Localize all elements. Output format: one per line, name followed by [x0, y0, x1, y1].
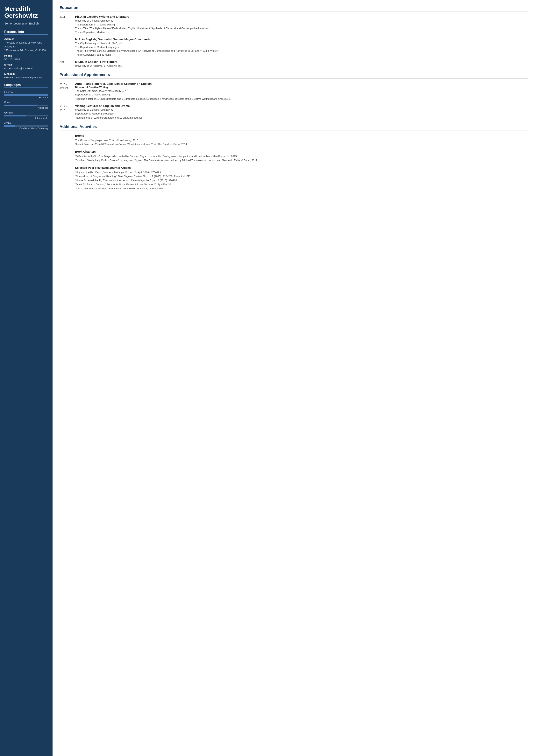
language-bar-fill [4, 105, 37, 106]
activity-text-item: “Livy and the Pax Deum,” Modern Philolog… [75, 171, 528, 175]
appointment-detail: Taught a total of 22 undergraduate and 1… [75, 116, 528, 120]
appointment-org: Department of Creative Writing [75, 93, 528, 96]
education-degree: M.A. in English, Graduated Summa Magna C… [75, 38, 528, 41]
activity-text-item: “I Have Screwed the Pig That Was in the … [75, 178, 528, 182]
activity-text-item: The Rustle of Language. New York: Hill a… [75, 138, 528, 143]
language-bar-fill [4, 125, 15, 127]
language-bar [4, 94, 48, 96]
phone-value: 551-251-4884 [4, 58, 48, 62]
activity-text-item: “The Crash Was an Accident. You Have to … [75, 187, 528, 191]
activity-text-item: “Difficulties with Girls.” In Philip Lar… [75, 154, 528, 158]
appointment-org: University of Chicago, Chicago, IL [75, 108, 528, 112]
activity-text-item: “Don’t Go Back to Dalston,” Poor Indie M… [75, 182, 528, 187]
language-bar [4, 105, 48, 106]
education-list: 2011Ph.D. in Creative Writing and Litera… [60, 15, 528, 68]
appointment-content: Visiting Lecturer on English and DramaUn… [75, 104, 528, 120]
language-item: HebrewBibingual [4, 91, 48, 99]
appointment-org: The State University of New York, Albany… [75, 89, 528, 93]
language-bar-fill [4, 94, 48, 96]
language-name: Arabic [4, 122, 48, 124]
appointment-entry: 2012 - 2016Visiting Lecturer on English … [60, 104, 528, 120]
activity-text-item: “Conundrum: A Story about Reading,” New … [75, 175, 528, 178]
main-content: Education 2011Ph.D. in Creative Writing … [52, 0, 535, 756]
person-name: Meredith Gershowitz [4, 6, 48, 19]
education-detail: Thesis Supervisor: Martina Knox [75, 30, 528, 34]
activity-section: Selected Peer-Reviewed Journal Articles“… [75, 166, 528, 191]
email-label: E-mail [4, 63, 48, 66]
professional-list: 2016 - presentAnne T. and Robert M. Bass… [60, 82, 528, 120]
education-degree: M.Litt. in English, First Honors [75, 60, 528, 63]
personal-info-heading: Personal Info [4, 30, 48, 35]
appointment-content: Anne T. and Robert M. Bass Senior Lectur… [75, 82, 528, 101]
sidebar: Meredith Gershowitz Senior Lecturer on E… [0, 0, 52, 756]
language-bar [4, 125, 48, 127]
education-detail: Thesis Title: “Philip Larkin’s Distinct … [75, 49, 528, 53]
language-bar [4, 115, 48, 117]
education-year: 2011 [60, 15, 75, 34]
language-level: Advanced [4, 107, 48, 109]
education-content: M.A. in English, Graduated Summa Magna C… [75, 38, 528, 57]
linkedin-value[interactable]: linkedin.com/in/meredithgershowitz [4, 76, 48, 79]
education-degree: Ph.D. in Creative Writing and Literature [75, 15, 528, 18]
address-label: Address [4, 38, 48, 40]
language-name: German [4, 111, 48, 114]
activity-text-item: “Southern Gentle Lady Do Not Swoon.” In … [75, 158, 528, 163]
language-level: Bibingual [4, 96, 48, 99]
education-detail: The Department of Modern Languages [75, 45, 528, 49]
education-entry: 2011Ph.D. in Creative Writing and Litera… [60, 15, 528, 34]
additional-list: BooksThe Rustle of Language. New York: H… [60, 134, 528, 191]
education-detail: The City University of New York, NYC, NY [75, 41, 528, 45]
activity-section: BooksThe Rustle of Language. New York: H… [75, 134, 528, 147]
education-entry: 2003M.Litt. in English, First HonorsUniv… [60, 60, 528, 68]
language-bar-fill [4, 115, 26, 117]
education-detail: Thesis Supervisor: James Nutini [75, 53, 528, 57]
professional-heading: Professional Appointments [60, 72, 528, 79]
language-name: Hebrew [4, 91, 48, 94]
education-content: Ph.D. in Creative Writing and Literature… [75, 15, 528, 34]
activity-text-item: Sexual Politics in Post-2000 American Dr… [75, 142, 528, 147]
education-year: 2003 [60, 60, 75, 68]
language-item: FrenchAdvanced [4, 101, 48, 109]
activity-subtitle: Books [75, 134, 528, 137]
education-entry: M.A. in English, Graduated Summa Magna C… [60, 38, 528, 57]
language-level: Intermediate [4, 117, 48, 120]
activity-subtitle: Selected Peer-Reviewed Journal Articles [75, 166, 528, 169]
address-value: The State University of New York, Albany… [4, 41, 48, 52]
education-detail: University of St Andrews, St Andrews, UK [75, 64, 528, 68]
additional-heading: Additional Activities [60, 124, 528, 130]
linkedin-label: LinkedIn [4, 72, 48, 75]
appointment-detail: Teaching a total of 12 undergraduate and… [75, 97, 528, 101]
education-heading: Education [60, 6, 528, 12]
language-name: French [4, 101, 48, 104]
language-item: GermanIntermediate [4, 111, 48, 120]
appointment-title: Anne T. and Robert M. Bass Senior Lectur… [75, 82, 528, 85]
education-detail: University of Chicago, Chicago, IL [75, 19, 528, 23]
email-value[interactable]: m_gershowitz@suny.edu [4, 67, 48, 70]
appointment-years: 2012 - 2016 [60, 104, 75, 120]
phone-label: Phone [4, 54, 48, 57]
language-level: Can Read With a Dictionary [4, 127, 48, 130]
education-year [60, 38, 75, 57]
languages-heading: Languages [4, 83, 48, 88]
person-title: Senior Lecturer on English [4, 21, 48, 25]
appointment-years: 2016 - present [60, 82, 75, 101]
appointment-subtitle: Director of Creative Writing [75, 86, 528, 89]
languages-list: HebrewBibingualFrenchAdvancedGermanInter… [4, 91, 48, 130]
appointment-org: Department of Modern Languages [75, 112, 528, 116]
appointment-title: Visiting Lecturer on English and Drama [75, 104, 528, 107]
education-content: M.Litt. in English, First HonorsUniversi… [75, 60, 528, 68]
appointment-entry: 2016 - presentAnne T. and Robert M. Bass… [60, 82, 528, 101]
language-item: ArabicCan Read With a Dictionary [4, 122, 48, 130]
activity-section: Book Chapters“Difficulties with Girls.” … [75, 150, 528, 163]
education-detail: Thesis Title: “The Hybrid Hero of Early … [75, 26, 528, 30]
activity-subtitle: Book Chapters [75, 150, 528, 153]
education-detail: The Department of Creative Writing [75, 23, 528, 27]
